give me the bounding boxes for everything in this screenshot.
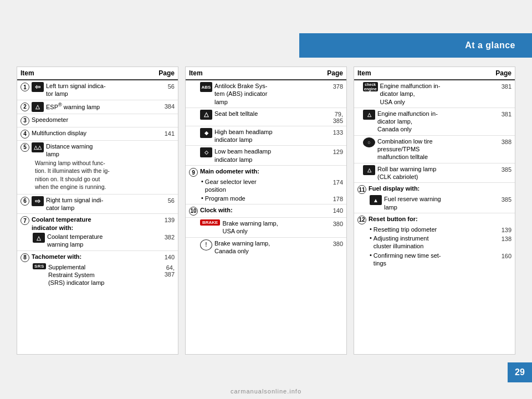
abs-label: Antilock Brake Sys-tem (ABS) indicatorla…	[214, 82, 267, 106]
table-row: 12 Reset button for: •Resetting trip odo…	[354, 213, 515, 269]
brake-canada-label: Brake warning lamp,Canada only	[214, 239, 270, 255]
gear-selector-label: Gear selector leverposition	[205, 178, 257, 194]
table-header-3: Item Page	[354, 67, 515, 80]
esp-label: ESP® warning lamp	[46, 102, 100, 111]
table-row: ○ Combination low tirepressure/TPMSmalfu…	[354, 136, 515, 163]
coolant-temp-page: 139	[165, 216, 175, 223]
table-row: 1 ⇦ Left turn signal indica-tor lamp 56	[17, 80, 178, 100]
tachometer-label: Tachometer with:	[32, 253, 81, 260]
col2-page-header: Page	[321, 69, 343, 77]
rollbar-page: 385	[489, 165, 511, 173]
rollbar-icon: △	[363, 165, 375, 175]
bullet: •	[201, 195, 203, 202]
bullet: •	[370, 234, 372, 250]
col3-item-header: Item	[357, 69, 489, 77]
table-panel-1: Item Page 1 ⇦ Left turn signal indica-to…	[17, 66, 178, 355]
high-beam-icon: ◆	[200, 128, 212, 138]
program-mode-label: Program mode	[205, 195, 245, 202]
srs-icon: SRS	[33, 263, 46, 269]
right-turn-page: 56	[152, 196, 175, 204]
srs-page: 64,387	[165, 263, 175, 287]
high-beam-label: High beam headlampindicator lamp	[214, 128, 273, 144]
odometer-label: Main odometer with:	[200, 167, 259, 175]
trip-odometer-page: 139	[502, 226, 511, 233]
tire-pressure-icon: ○	[363, 137, 375, 147]
illumination-label: Adjusting instrumentcluster illumination	[374, 234, 429, 250]
seatbelt-label: Seat belt telltale	[214, 110, 258, 117]
row-num: 4	[21, 130, 29, 139]
table-row: △ Engine malfunction in-dicator lamp,Can…	[354, 108, 515, 136]
engine-canada-icon: △	[363, 110, 375, 120]
srs-label: SupplementalRestraint System(SRS) indica…	[48, 263, 104, 287]
col2-item-header: Item	[189, 69, 321, 77]
table-row: 2 △ ESP® warning lamp 384	[17, 100, 178, 114]
check-engine-usa-icon: checkengine	[363, 82, 378, 91]
abs-icon: ABS	[200, 82, 212, 92]
left-turn-icon: ⇦	[32, 82, 44, 92]
brake-canada-page: 380	[333, 239, 343, 247]
multifunction-label: Multifunction display	[32, 129, 86, 137]
table-row: 7 Coolant temperatureindicator with: 139…	[17, 214, 178, 250]
tachometer-page: 140	[165, 253, 175, 260]
table-row: △ Roll bar warning lamp(CLK cabriolet) 3…	[354, 163, 515, 183]
page-number-badge: 29	[508, 362, 532, 382]
row-num: 12	[357, 216, 366, 224]
engine-malfunction-usa-page: 381	[489, 82, 511, 90]
brake-usa-label: Brake warning lamp,USA only	[222, 219, 278, 236]
brake-canada-icon: !	[200, 239, 212, 250]
table-panel-2: Item Page ABS Antilock Brake Sys-tem (AB…	[185, 66, 347, 355]
gear-selector-page: 174	[333, 178, 343, 194]
table-header-2: Item Page	[186, 67, 346, 80]
col1-page-header: Page	[152, 69, 175, 77]
row-num: 1	[21, 83, 29, 91]
bullet: •	[370, 226, 372, 233]
table-row: 8 Tachometer with: 140 SRS SupplementalR…	[17, 251, 178, 289]
time-settings-label: Confirming new time set-tings	[374, 252, 441, 268]
fuel-display-label: Fuel display with:	[369, 185, 420, 192]
esp-icon: △	[32, 102, 44, 112]
speedometer-page	[152, 116, 175, 117]
high-beam-page: 133	[321, 128, 343, 136]
reset-button-label: Reset button for:	[369, 215, 418, 223]
bullet: •	[201, 178, 203, 194]
table-row: checkengine Engine malfunction in-dicato…	[354, 80, 515, 108]
content-area: Item Page 1 ⇦ Left turn signal indica-to…	[17, 66, 515, 355]
left-turn-page: 56	[152, 82, 175, 90]
coolant-icon: △	[33, 233, 45, 243]
engine-malfunction-usa-label: Engine malfunction in-dicator lamp,USA o…	[380, 82, 441, 106]
coolant-warning-label: Coolant temperaturewarning lamp	[47, 233, 103, 249]
engine-malfunction-canada-label: Engine malfunction in-dicator lamp,Canad…	[377, 110, 438, 134]
fuel-reserve-label: Fuel reserve warninglamp	[384, 195, 441, 211]
watermark: carmanualsonline.info	[231, 388, 301, 395]
row-num: 10	[189, 207, 198, 216]
table-panel-3: Item Page checkengine Engine malfunction…	[354, 66, 515, 355]
coolant-temp-label: Coolant temperatureindicator with:	[32, 216, 91, 232]
row-num: 3	[21, 116, 29, 125]
table-header-1: Item Page	[17, 67, 178, 80]
fuel-reserve-page: 385	[502, 195, 511, 211]
table-row: 4 Multifunction display 141	[17, 127, 178, 141]
fuel-icon: ▲	[370, 195, 382, 205]
right-turn-label: Right turn signal indi-cator lamp	[46, 196, 103, 212]
engine-malfunction-canada-page: 381	[489, 110, 511, 117]
seatbelt-page: 79,385	[321, 110, 343, 124]
table-row: ! Brake warning lamp,Canada only 380	[186, 238, 346, 257]
row-num: 6	[21, 197, 29, 206]
row-num: 9	[189, 168, 198, 177]
table-row: 9 Main odometer with: •Gear selector lev…	[186, 166, 346, 204]
clock-page: 140	[321, 206, 343, 214]
page-number: 29	[515, 367, 525, 377]
tire-pressure-page: 388	[489, 137, 511, 145]
row-num: 8	[21, 253, 29, 262]
row-num: 5	[21, 143, 29, 152]
table-row: ABS Antilock Brake Sys-tem (ABS) indicat…	[186, 80, 346, 108]
table-row: ◆ High beam headlampindicator lamp 133	[186, 126, 346, 146]
table-row: 11 Fuel display with: ▲ Fuel reserve war…	[354, 183, 515, 213]
illumination-page: 138	[502, 234, 511, 250]
trip-odometer-label: Resetting trip odometer	[374, 226, 437, 233]
header-bar: At a glance	[299, 33, 532, 58]
row-num: 7	[21, 216, 29, 225]
program-mode-page: 178	[333, 195, 343, 202]
table-row: 10 Clock with: 140	[186, 204, 346, 218]
left-turn-label: Left turn signal indica-tor lamp	[46, 82, 106, 98]
